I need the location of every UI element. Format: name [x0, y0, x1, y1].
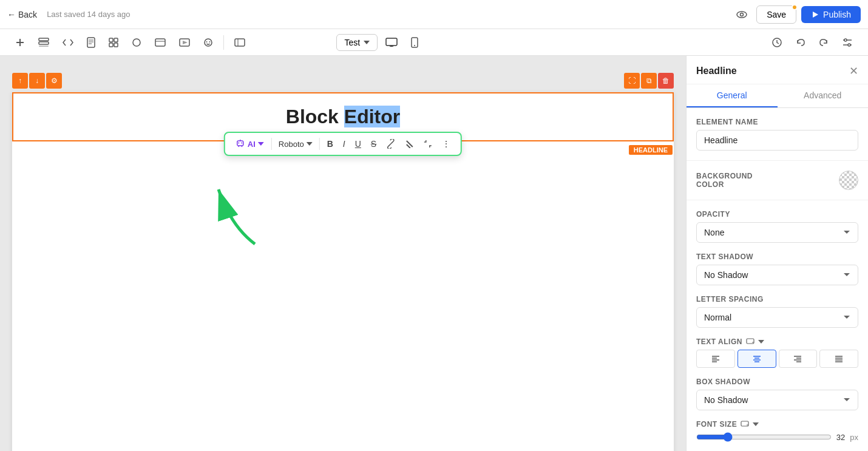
- font-selector[interactable]: Roboto: [275, 137, 316, 151]
- align-center-button[interactable]: [737, 350, 776, 368]
- mobile-view-button[interactable]: [405, 33, 424, 52]
- opacity-select[interactable]: None 10% 20%: [696, 222, 858, 243]
- svg-marker-26: [364, 41, 370, 44]
- link-button[interactable]: [382, 137, 400, 151]
- redo-button[interactable]: [813, 33, 834, 52]
- unsaved-dot: [792, 4, 798, 10]
- shape-button[interactable]: [126, 33, 147, 52]
- element-name-label: Element name: [696, 118, 858, 126]
- clear-format-button[interactable]: [401, 137, 418, 151]
- italic-icon: I: [343, 139, 345, 149]
- media-button[interactable]: [174, 34, 195, 51]
- font-size-slider[interactable]: [696, 432, 832, 442]
- settings-button[interactable]: [836, 33, 858, 52]
- sidebar-icon: [234, 38, 245, 47]
- box-shadow-select[interactable]: No Shadow Light Medium: [696, 390, 858, 410]
- smiley-icon: [203, 38, 213, 47]
- test-dropdown-button[interactable]: Test: [336, 34, 378, 51]
- bold-icon: B: [327, 139, 333, 149]
- letter-spacing-select[interactable]: Normal Tight Wide: [696, 307, 858, 328]
- bg-color-swatch[interactable]: [839, 171, 858, 190]
- svg-rect-5: [39, 38, 49, 41]
- ai-robot-icon: [236, 139, 245, 149]
- svg-rect-6: [39, 42, 49, 44]
- second-toolbar: Test: [0, 29, 868, 56]
- align-justify-icon: [835, 355, 843, 362]
- svg-rect-15: [114, 43, 118, 47]
- publish-icon: [811, 10, 819, 19]
- align-justify-button[interactable]: [819, 350, 858, 368]
- main-layout: ↑ ↓ ⚙ ⛶ ⧉ 🗑 Block Editor HEADLINE +: [0, 56, 868, 451]
- delete-button[interactable]: 🗑: [658, 73, 674, 89]
- text-shadow-select[interactable]: No Shadow Light Medium: [696, 265, 858, 285]
- tab-advanced[interactable]: Advanced: [778, 84, 869, 107]
- panel-header: Headline ✕: [687, 56, 868, 84]
- move-down-button[interactable]: ↓: [29, 73, 45, 89]
- shape-icon: [132, 38, 141, 47]
- toolbar-divider-1: [223, 35, 224, 50]
- svg-point-38: [238, 143, 239, 144]
- svg-marker-70: [753, 422, 759, 426]
- text-align-label: Text Align: [696, 337, 858, 346]
- svg-rect-14: [109, 43, 113, 47]
- svg-point-23: [209, 41, 211, 42]
- code-button[interactable]: [57, 34, 79, 51]
- svg-point-22: [206, 41, 208, 42]
- back-button[interactable]: ← Back: [7, 10, 37, 19]
- font-size-field: Font size 32 px: [696, 420, 858, 442]
- add-element-button[interactable]: [10, 33, 30, 52]
- underline-button[interactable]: U: [351, 137, 365, 151]
- svg-marker-2: [813, 12, 818, 18]
- page-button[interactable]: [81, 33, 101, 52]
- align-right-button[interactable]: [779, 350, 818, 368]
- crop-button[interactable]: [419, 137, 436, 151]
- font-size-unit: px: [850, 433, 858, 442]
- plus-icon: [15, 38, 25, 47]
- grid-icon: [109, 38, 118, 47]
- bg-color-label: BACKGROUND: [696, 172, 753, 180]
- topbar-right: Save Publish: [732, 5, 861, 24]
- svg-point-31: [414, 45, 415, 46]
- save-button[interactable]: Save: [756, 5, 796, 24]
- format-toolbar: AI Roboto B I U: [224, 132, 462, 156]
- svg-marker-44: [307, 142, 313, 146]
- panel-body: Element name BACKGROUND COLOR Opacity No…: [687, 108, 868, 451]
- smiley-button[interactable]: [198, 33, 219, 52]
- last-saved-text: Last saved 14 days ago: [47, 10, 130, 19]
- desktop-view-button[interactable]: [380, 33, 403, 52]
- ai-button[interactable]: AI: [231, 137, 268, 151]
- section-button[interactable]: [149, 34, 171, 51]
- grid-button[interactable]: [103, 33, 124, 52]
- fullscreen-button[interactable]: ⛶: [624, 73, 640, 89]
- preview-button[interactable]: [732, 5, 751, 24]
- canvas-area[interactable]: ↑ ↓ ⚙ ⛶ ⧉ 🗑 Block Editor HEADLINE +: [0, 56, 686, 451]
- box-shadow-label: Box Shadow: [696, 378, 858, 386]
- italic-button[interactable]: I: [339, 137, 350, 151]
- align-right-icon: [793, 355, 802, 362]
- bg-color-section: BACKGROUND COLOR: [696, 171, 858, 190]
- layers-button[interactable]: [33, 33, 55, 52]
- block-settings-button[interactable]: ⚙: [46, 73, 62, 89]
- align-left-button[interactable]: [696, 350, 735, 368]
- undo-button[interactable]: [790, 33, 811, 52]
- element-name-input[interactable]: [696, 130, 858, 151]
- history-button[interactable]: [766, 33, 788, 52]
- mobile-icon: [411, 37, 418, 48]
- sliders-icon: [842, 37, 853, 48]
- code-icon: [63, 38, 73, 47]
- ft-divider-2: [319, 138, 320, 150]
- duplicate-button[interactable]: ⧉: [641, 73, 657, 89]
- panel-close-button[interactable]: ✕: [849, 64, 858, 78]
- underline-icon: U: [355, 139, 361, 149]
- strikethrough-button[interactable]: S: [367, 137, 381, 151]
- more-options-button[interactable]: ⋮: [438, 137, 455, 151]
- ai-chevron-icon: [258, 141, 264, 146]
- bold-button[interactable]: B: [323, 137, 337, 151]
- headline-text-selected: Editor: [344, 106, 400, 127]
- svg-marker-43: [258, 142, 264, 146]
- move-up-button[interactable]: ↑: [12, 73, 28, 89]
- svg-line-41: [242, 146, 242, 147]
- sidebar-toggle-button[interactable]: [229, 34, 251, 51]
- publish-button[interactable]: Publish: [801, 6, 861, 23]
- tab-general[interactable]: General: [687, 84, 778, 107]
